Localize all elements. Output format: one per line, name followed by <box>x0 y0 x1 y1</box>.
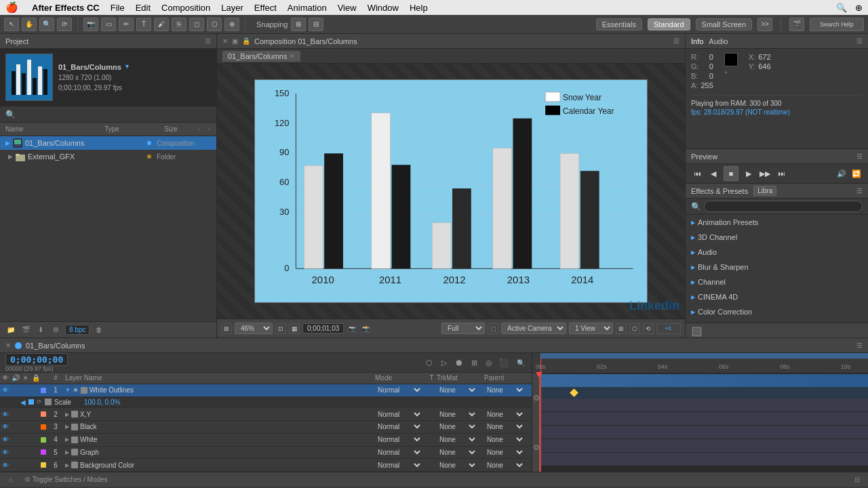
parent-select-2[interactable]: None <box>484 410 525 419</box>
project-menu-icon[interactable]: ☰ <box>205 37 211 45</box>
layer-row-6[interactable]: 👁 6 ▶ Background Color Normal None <box>0 459 532 472</box>
expand-layer-5[interactable]: ▶ <box>65 449 69 455</box>
search-layers-btn[interactable]: 🔍 <box>515 357 526 368</box>
expand-layer-6[interactable]: ▶ <box>65 462 69 468</box>
menu-layer[interactable]: Layer <box>221 3 243 13</box>
viewer-options-btn[interactable]: ▦ <box>289 323 300 334</box>
parent-select-5[interactable]: None <box>484 448 525 457</box>
snapshot-btn[interactable]: 📸 <box>360 323 371 334</box>
expand-layer-3[interactable]: ▶ <box>65 424 69 430</box>
mode-select-1[interactable]: Normal <box>375 386 422 394</box>
info-menu-icon[interactable]: ☰ <box>856 37 863 45</box>
effects-item-channel[interactable]: ▶ Channel <box>686 274 868 289</box>
camera-select[interactable]: Active Camera <box>501 323 566 334</box>
select-tool[interactable]: ↖ <box>4 18 19 31</box>
mode-select-4[interactable]: Normal <box>375 435 422 444</box>
layer-solo-icon-1[interactable]: ☀ <box>73 386 79 394</box>
vis-btn-2[interactable]: 👁 <box>0 411 10 418</box>
project-item-folder[interactable]: ▶ External_GFX Folder <box>0 150 216 163</box>
layer-icon-5[interactable]: ◎ <box>483 357 495 369</box>
transparency-btn[interactable]: ⬡ <box>629 323 640 334</box>
trkmat-select-3[interactable]: None <box>437 422 477 431</box>
timeline-settings-btn[interactable]: ⚙ <box>22 474 33 485</box>
vis-btn-5[interactable]: 👁 <box>0 449 10 456</box>
trkmat-select-1[interactable]: None <box>437 386 477 394</box>
reset-view-btn[interactable]: ⟲ <box>643 323 654 334</box>
effects-item-audio[interactable]: ▶ Audio <box>686 245 868 260</box>
vis-btn-3[interactable]: 👁 <box>0 423 10 430</box>
effects-item-animation-presets[interactable]: ▶ Animation Presets <box>686 215 868 230</box>
timeline-home-btn[interactable]: ⌂ <box>5 474 16 485</box>
search-help[interactable]: Search Help <box>810 18 864 31</box>
track-bar-5[interactable] <box>540 439 868 452</box>
bpc-indicator[interactable]: 8 bpc <box>65 325 90 335</box>
rotate-tool[interactable]: ⟳ <box>57 18 72 31</box>
timeline-timecode[interactable]: 0;00;00;00 <box>5 353 68 366</box>
menu-animation[interactable]: Animation <box>288 3 327 13</box>
zoom-select[interactable]: 46% 100% 50% 25% <box>235 323 273 334</box>
viewer-grid-btn[interactable]: ⊞ <box>221 323 232 334</box>
layer-icon-1[interactable]: ⬡ <box>423 357 435 369</box>
region-interest-btn[interactable]: ⬚ <box>488 323 498 334</box>
vis-btn-6[interactable]: 👁 <box>0 462 10 469</box>
menu-edit[interactable]: Edit <box>136 3 151 13</box>
toggle-switches-label[interactable]: Toggle Switches / Modes <box>33 476 108 483</box>
timeline-close-btn[interactable]: ✕ <box>5 342 11 349</box>
trkmat-select-2[interactable]: None <box>437 410 477 419</box>
keyframe-diamond-1[interactable] <box>570 388 578 397</box>
track-bar-3[interactable] <box>540 412 868 425</box>
new-comp-btn[interactable]: 🎬 <box>20 325 31 336</box>
effects-menu-icon[interactable]: ☰ <box>856 187 863 195</box>
expand-arrow-folder[interactable]: ▶ <box>8 153 13 160</box>
track-bar-4[interactable] <box>540 426 868 439</box>
small-screen-btn[interactable]: Small Screen <box>696 18 752 30</box>
timeline-playhead[interactable] <box>539 373 540 472</box>
track-bar-6[interactable] <box>540 453 868 466</box>
parent-select-4[interactable]: None <box>484 435 525 444</box>
sub-row-keyframe-nav-prev[interactable]: ◀ <box>20 399 26 406</box>
work-area-bar[interactable] <box>540 353 868 359</box>
layer-row-3[interactable]: 👁 3 ▶ Black Normal None <box>0 421 532 434</box>
project-item-comp[interactable]: ▶ 01_Bars/Columns Composition <box>0 136 216 150</box>
exposure-btn[interactable]: +0. <box>656 323 681 334</box>
preview-menu-icon[interactable]: ☰ <box>856 152 863 160</box>
expand-layer-2[interactable]: ▶ <box>65 411 69 418</box>
preview-first-btn[interactable]: ⏮ <box>691 167 703 180</box>
preview-last-btn[interactable]: ⏭ <box>775 167 787 180</box>
preview-audio-btn[interactable]: 🔊 <box>835 167 848 180</box>
preview-prev-btn[interactable]: ◀ <box>707 167 719 180</box>
preview-play-btn[interactable]: ▶ <box>743 167 755 180</box>
parent-select-1[interactable]: None <box>484 386 525 394</box>
view-select[interactable]: 1 View 2 Views <box>569 323 613 334</box>
hand-tool[interactable]: ✋ <box>22 18 37 31</box>
snapping-options[interactable]: ⊟ <box>309 18 323 31</box>
library-btn[interactable]: Libra <box>753 186 776 196</box>
sort-icon[interactable]: ▲ <box>197 126 202 132</box>
apple-menu[interactable]: 🍎 <box>5 1 18 14</box>
layer-icon-3[interactable]: ⬢ <box>453 357 465 369</box>
info-tab[interactable]: Info <box>691 37 703 45</box>
menu-composition[interactable]: Composition <box>161 3 210 13</box>
effects-footer-icon[interactable]: ▧ <box>691 323 703 338</box>
search-icon[interactable]: 🔍 <box>836 3 847 13</box>
fit-comp-btn[interactable]: ⊡ <box>275 323 286 334</box>
comp-menu-icon[interactable]: ☰ <box>673 37 679 45</box>
timeline-menu-icon[interactable]: ☰ <box>856 342 863 349</box>
trkmat-select-6[interactable]: None <box>437 461 477 470</box>
mode-select-6[interactable]: Normal <box>375 461 422 470</box>
preview-stop-btn[interactable]: ■ <box>724 166 738 181</box>
expand-layer-1[interactable]: ▼ <box>65 387 71 393</box>
layer-icon-4[interactable]: ⊞ <box>468 357 480 369</box>
layer-row-2[interactable]: 👁 2 ▶ X,Y Normal None <box>0 408 532 421</box>
roto-tool[interactable]: ⬡ <box>207 18 222 31</box>
import-btn[interactable]: ⬇ <box>35 325 46 336</box>
zoom-tool[interactable]: 🔍 <box>39 18 54 31</box>
render-queue[interactable]: 🎬 <box>789 18 804 31</box>
essentials-btn[interactable]: Essentials <box>596 18 642 30</box>
trkmat-select-5[interactable]: None <box>437 448 477 457</box>
workspace-more[interactable]: >> <box>757 18 772 31</box>
menu-window[interactable]: Window <box>368 3 399 13</box>
layer-icon-6[interactable]: ⬛ <box>498 357 510 369</box>
text-tool[interactable]: T <box>136 18 151 31</box>
nav-marker-start[interactable] <box>534 395 539 401</box>
